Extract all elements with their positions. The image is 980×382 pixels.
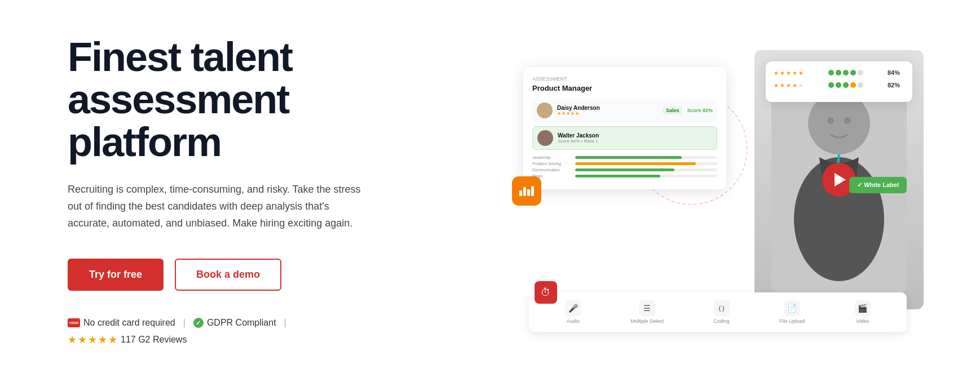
review-stars: ★ ★ ★ ★ ★ xyxy=(68,334,117,346)
toolbar-card: 🎤 Audio ☰ Multiple Select {} Coding 📄 Fi… xyxy=(529,292,907,332)
progress-label-1: JavaScript xyxy=(532,156,572,159)
coding-icon: {} xyxy=(714,300,730,316)
no-credit-card-text: No credit card required xyxy=(83,318,175,328)
left-content: Finest talent assessment platform Recrui… xyxy=(68,36,406,347)
reviews-item: ★ ★ ★ ★ ★ 117 G2 Reviews xyxy=(68,334,187,346)
candidate-meta-2: Score 94% • Rank 1 xyxy=(558,139,712,144)
play-triangle-icon xyxy=(835,173,846,186)
white-label-badge: ✓ White Label xyxy=(849,177,907,193)
progress-label-2: Problem Solving xyxy=(532,162,572,166)
candidate-name-1: Daisy Anderson xyxy=(557,105,658,111)
audio-icon: 🎤 xyxy=(565,300,581,316)
progress-track-4 xyxy=(575,175,717,177)
card-title: Product Manager xyxy=(532,84,717,92)
video-label: Video xyxy=(856,318,869,324)
audio-label: Audio xyxy=(567,318,580,324)
score-stars-2: ★ ★ ★ ★ ★ xyxy=(774,82,804,88)
score-stars-1: ★ ★ ★ ★ ★ xyxy=(774,70,804,76)
progress-row-4: React xyxy=(532,174,717,178)
progress-fill-1 xyxy=(575,156,682,159)
button-group: Try for free Book a demo xyxy=(68,259,406,291)
svg-point-4 xyxy=(844,117,851,124)
score-value-1: Score 82% xyxy=(687,108,713,113)
reviews-count: 117 G2 Reviews xyxy=(121,335,187,345)
gdpr-icon: ✓ xyxy=(193,318,204,328)
star-1: ★ xyxy=(68,334,77,346)
toolbar-item-coding[interactable]: {} Coding xyxy=(713,300,730,324)
candidate-name-2: Walter Jackson xyxy=(558,132,712,139)
score-badge-1: Sales xyxy=(663,106,683,114)
trust-bar: No credit card required | ✓ GDPR Complia… xyxy=(68,318,406,346)
progress-track-2 xyxy=(575,162,717,165)
clock-icon-bubble: ⏱ xyxy=(535,281,557,304)
headline-line2: assessment platform xyxy=(68,77,289,165)
try-for-free-button[interactable]: Try for free xyxy=(68,259,164,291)
candidate-info-1: Daisy Anderson ★ ★ ★ ★ ★ xyxy=(557,105,658,116)
progress-row-1: JavaScript xyxy=(532,156,717,159)
file-upload-icon: 📄 xyxy=(784,300,800,316)
candidate-list: Daisy Anderson ★ ★ ★ ★ ★ Sales Score 82% xyxy=(532,99,717,150)
bar-1 xyxy=(519,190,522,196)
progress-fill-4 xyxy=(575,175,660,177)
clock-icon: ⏱ xyxy=(541,287,551,299)
avatar-1 xyxy=(537,103,553,118)
score-row-1: ★ ★ ★ ★ ★ 84% xyxy=(774,69,904,76)
video-icon: 🎬 xyxy=(855,300,871,316)
subtitle: Recruiting is complex, time-consuming, a… xyxy=(68,181,361,232)
bar-2 xyxy=(523,187,526,196)
score-percent-2: 82% xyxy=(888,82,904,88)
file-upload-label: File Upload xyxy=(779,318,805,324)
star-5: ★ xyxy=(108,334,117,346)
headline: Finest talent assessment platform xyxy=(68,36,406,164)
bar-4 xyxy=(531,186,534,196)
chart-icon-bubble xyxy=(512,176,541,206)
score-percent-1: 84% xyxy=(888,69,904,76)
progress-row-2: Problem Solving xyxy=(532,162,717,166)
toolbar-item-video[interactable]: 🎬 Video xyxy=(855,300,871,324)
no-credit-card-item: No credit card required xyxy=(68,318,175,328)
headline-line1: Finest talent xyxy=(68,34,292,79)
coding-label: Coding xyxy=(713,318,730,324)
score-row-2: ★ ★ ★ ★ ★ 82% xyxy=(774,82,904,88)
progress-row-3: Communication xyxy=(532,168,717,172)
scores-card: ★ ★ ★ ★ ★ 84% ★ ★ xyxy=(766,61,912,102)
candidate-row-highlighted: Walter Jackson Score 94% • Rank 1 xyxy=(532,126,717,150)
chart-bars-icon xyxy=(519,186,534,196)
gdpr-item: ✓ GDPR Compliant xyxy=(193,318,276,328)
dashboard-card: Assessment Product Manager Daisy Anderso… xyxy=(523,67,726,189)
star-4: ★ xyxy=(98,334,107,346)
multiple-select-icon: ☰ xyxy=(639,300,655,316)
star-3: ★ xyxy=(88,334,97,346)
multiple-select-label: Multiple Select xyxy=(630,318,664,324)
avatar-2 xyxy=(537,130,553,146)
star-2: ★ xyxy=(78,334,87,346)
separator-2: | xyxy=(284,318,286,328)
card-label: Assessment xyxy=(532,76,717,82)
progress-track-3 xyxy=(575,168,717,171)
progress-fill-3 xyxy=(575,168,674,171)
toolbar-item-multiple-select[interactable]: ☰ Multiple Select xyxy=(630,300,664,324)
hero-section: Finest talent assessment platform Recrui… xyxy=(0,0,980,382)
svg-point-3 xyxy=(827,117,834,124)
progress-fill-2 xyxy=(575,162,696,165)
score-dots-2 xyxy=(828,82,863,88)
credit-card-icon xyxy=(68,318,80,327)
score-dots-1 xyxy=(828,70,863,75)
toolbar-item-file-upload[interactable]: 📄 File Upload xyxy=(779,300,805,324)
right-content: Assessment Product Manager Daisy Anderso… xyxy=(501,50,924,332)
progress-track-1 xyxy=(575,156,717,159)
gdpr-text: GDPR Compliant xyxy=(207,318,276,328)
toolbar-item-audio[interactable]: 🎤 Audio xyxy=(565,300,581,324)
bar-3 xyxy=(527,189,530,196)
candidate-stars-1: ★ ★ ★ ★ ★ xyxy=(557,111,658,116)
candidate-info-2: Walter Jackson Score 94% • Rank 1 xyxy=(558,132,712,144)
progress-bars: JavaScript Problem Solving Communication xyxy=(532,156,717,178)
book-demo-button[interactable]: Book a demo xyxy=(175,259,281,291)
progress-label-3: Communication xyxy=(532,168,572,172)
separator-1: | xyxy=(183,318,186,328)
candidate-row: Daisy Anderson ★ ★ ★ ★ ★ Sales Score 82% xyxy=(532,99,717,122)
